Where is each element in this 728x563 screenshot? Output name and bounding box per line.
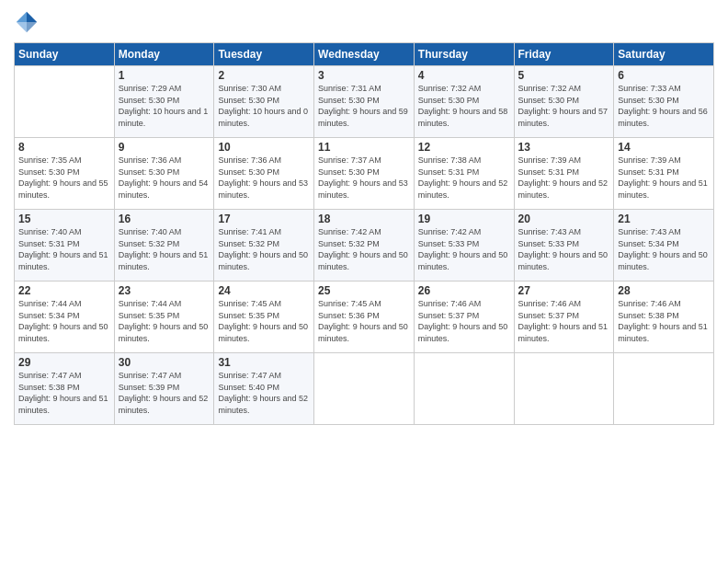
calendar-week-4: 29Sunrise: 7:47 AMSunset: 5:38 PMDayligh…	[15, 353, 714, 425]
day-info: Sunrise: 7:37 AMSunset: 5:30 PMDaylight:…	[318, 155, 410, 201]
calendar-cell: 3Sunrise: 7:31 AMSunset: 5:30 PMDaylight…	[314, 66, 415, 138]
day-number: 23	[119, 284, 210, 297]
calendar-cell: 16Sunrise: 7:40 AMSunset: 5:32 PMDayligh…	[114, 210, 214, 282]
calendar-header	[14, 9, 714, 35]
calendar-cell: 31Sunrise: 7:47 AMSunset: 5:40 PMDayligh…	[214, 353, 314, 425]
calendar-week-2: 15Sunrise: 7:40 AMSunset: 5:31 PMDayligh…	[15, 210, 714, 282]
day-number: 10	[218, 141, 310, 154]
calendar-cell	[514, 353, 614, 425]
day-number: 24	[218, 284, 310, 297]
day-info: Sunrise: 7:45 AMSunset: 5:35 PMDaylight:…	[218, 298, 310, 344]
calendar-cell: 17Sunrise: 7:41 AMSunset: 5:32 PMDayligh…	[214, 210, 314, 282]
day-number: 16	[119, 213, 210, 225]
calendar-cell: 19Sunrise: 7:42 AMSunset: 5:33 PMDayligh…	[414, 210, 514, 282]
svg-marker-3	[27, 22, 37, 32]
day-number: 29	[18, 356, 110, 369]
day-info: Sunrise: 7:41 AMSunset: 5:32 PMDaylight:…	[218, 226, 310, 272]
day-header-saturday: Saturday	[614, 43, 714, 66]
calendar-container: SundayMondayTuesdayWednesdayThursdayFrid…	[0, 0, 728, 563]
calendar-cell: 2Sunrise: 7:30 AMSunset: 5:30 PMDaylight…	[214, 66, 314, 138]
calendar-cell: 23Sunrise: 7:44 AMSunset: 5:35 PMDayligh…	[114, 282, 214, 353]
calendar-cell	[414, 353, 514, 425]
day-number: 27	[518, 284, 610, 297]
day-info: Sunrise: 7:42 AMSunset: 5:32 PMDaylight:…	[318, 226, 410, 272]
day-info: Sunrise: 7:30 AMSunset: 5:30 PMDaylight:…	[218, 83, 310, 129]
calendar-cell: 24Sunrise: 7:45 AMSunset: 5:35 PMDayligh…	[214, 282, 314, 353]
calendar-cell: 27Sunrise: 7:46 AMSunset: 5:37 PMDayligh…	[514, 282, 614, 353]
calendar-week-3: 22Sunrise: 7:44 AMSunset: 5:34 PMDayligh…	[15, 282, 714, 353]
calendar-cell: 22Sunrise: 7:44 AMSunset: 5:34 PMDayligh…	[15, 282, 115, 353]
day-info: Sunrise: 7:32 AMSunset: 5:30 PMDaylight:…	[518, 83, 610, 129]
day-info: Sunrise: 7:32 AMSunset: 5:30 PMDaylight:…	[418, 83, 510, 129]
day-number: 25	[318, 284, 410, 297]
calendar-cell: 10Sunrise: 7:36 AMSunset: 5:30 PMDayligh…	[214, 138, 314, 210]
day-number: 21	[618, 213, 710, 225]
day-info: Sunrise: 7:44 AMSunset: 5:34 PMDaylight:…	[18, 298, 110, 344]
logo-icon	[14, 9, 40, 35]
calendar-cell: 28Sunrise: 7:46 AMSunset: 5:38 PMDayligh…	[614, 282, 714, 353]
day-number: 28	[618, 284, 710, 297]
calendar-body: 1Sunrise: 7:29 AMSunset: 5:30 PMDaylight…	[15, 66, 714, 425]
calendar-cell: 21Sunrise: 7:43 AMSunset: 5:34 PMDayligh…	[614, 210, 714, 282]
day-header-friday: Friday	[514, 43, 614, 66]
calendar-cell: 20Sunrise: 7:43 AMSunset: 5:33 PMDayligh…	[514, 210, 614, 282]
day-number: 22	[18, 284, 110, 297]
day-header-sunday: Sunday	[15, 43, 115, 66]
day-header-wednesday: Wednesday	[314, 43, 415, 66]
calendar-week-0: 1Sunrise: 7:29 AMSunset: 5:30 PMDaylight…	[15, 66, 714, 138]
day-number: 1	[119, 69, 210, 82]
day-info: Sunrise: 7:36 AMSunset: 5:30 PMDaylight:…	[218, 155, 310, 201]
day-info: Sunrise: 7:42 AMSunset: 5:33 PMDaylight:…	[418, 226, 510, 272]
day-number: 19	[418, 213, 510, 225]
day-number: 11	[318, 141, 410, 154]
day-number: 9	[119, 141, 210, 154]
calendar-cell	[15, 66, 115, 138]
svg-marker-1	[17, 12, 27, 22]
day-info: Sunrise: 7:39 AMSunset: 5:31 PMDaylight:…	[518, 155, 610, 201]
calendar-cell	[614, 353, 714, 425]
day-header-monday: Monday	[114, 43, 214, 66]
day-number: 12	[418, 141, 510, 154]
svg-marker-0	[27, 12, 37, 22]
calendar-cell: 8Sunrise: 7:35 AMSunset: 5:30 PMDaylight…	[15, 138, 115, 210]
calendar-cell: 30Sunrise: 7:47 AMSunset: 5:39 PMDayligh…	[114, 353, 214, 425]
day-info: Sunrise: 7:44 AMSunset: 5:35 PMDaylight:…	[119, 298, 210, 344]
calendar-cell: 15Sunrise: 7:40 AMSunset: 5:31 PMDayligh…	[15, 210, 115, 282]
calendar-week-1: 8Sunrise: 7:35 AMSunset: 5:30 PMDaylight…	[15, 138, 714, 210]
day-info: Sunrise: 7:47 AMSunset: 5:39 PMDaylight:…	[119, 370, 210, 416]
calendar-table: SundayMondayTuesdayWednesdayThursdayFrid…	[14, 42, 714, 425]
day-info: Sunrise: 7:46 AMSunset: 5:38 PMDaylight:…	[618, 298, 710, 344]
calendar-cell: 5Sunrise: 7:32 AMSunset: 5:30 PMDaylight…	[514, 66, 614, 138]
day-number: 2	[218, 69, 310, 82]
day-info: Sunrise: 7:38 AMSunset: 5:31 PMDaylight:…	[418, 155, 510, 201]
day-number: 8	[18, 141, 110, 154]
day-info: Sunrise: 7:36 AMSunset: 5:30 PMDaylight:…	[119, 155, 210, 201]
calendar-header-row: SundayMondayTuesdayWednesdayThursdayFrid…	[15, 43, 714, 66]
calendar-cell: 4Sunrise: 7:32 AMSunset: 5:30 PMDaylight…	[414, 66, 514, 138]
calendar-cell: 12Sunrise: 7:38 AMSunset: 5:31 PMDayligh…	[414, 138, 514, 210]
day-number: 5	[518, 69, 610, 82]
calendar-cell: 26Sunrise: 7:46 AMSunset: 5:37 PMDayligh…	[414, 282, 514, 353]
day-info: Sunrise: 7:43 AMSunset: 5:33 PMDaylight:…	[518, 226, 610, 272]
day-info: Sunrise: 7:47 AMSunset: 5:40 PMDaylight:…	[218, 370, 310, 416]
day-number: 20	[518, 213, 610, 225]
calendar-cell: 25Sunrise: 7:45 AMSunset: 5:36 PMDayligh…	[314, 282, 415, 353]
day-number: 6	[618, 69, 710, 82]
calendar-cell: 14Sunrise: 7:39 AMSunset: 5:31 PMDayligh…	[614, 138, 714, 210]
calendar-cell: 13Sunrise: 7:39 AMSunset: 5:31 PMDayligh…	[514, 138, 614, 210]
day-info: Sunrise: 7:39 AMSunset: 5:31 PMDaylight:…	[618, 155, 710, 201]
calendar-cell	[314, 353, 415, 425]
svg-marker-2	[17, 22, 27, 32]
day-info: Sunrise: 7:46 AMSunset: 5:37 PMDaylight:…	[518, 298, 610, 344]
day-number: 15	[18, 213, 110, 225]
day-number: 26	[418, 284, 510, 297]
day-info: Sunrise: 7:40 AMSunset: 5:31 PMDaylight:…	[18, 226, 110, 272]
day-info: Sunrise: 7:35 AMSunset: 5:30 PMDaylight:…	[18, 155, 110, 201]
day-header-tuesday: Tuesday	[214, 43, 314, 66]
day-info: Sunrise: 7:40 AMSunset: 5:32 PMDaylight:…	[119, 226, 210, 272]
calendar-cell: 1Sunrise: 7:29 AMSunset: 5:30 PMDaylight…	[114, 66, 214, 138]
day-header-thursday: Thursday	[414, 43, 514, 66]
day-number: 14	[618, 141, 710, 154]
day-info: Sunrise: 7:45 AMSunset: 5:36 PMDaylight:…	[318, 298, 410, 344]
calendar-cell: 29Sunrise: 7:47 AMSunset: 5:38 PMDayligh…	[15, 353, 115, 425]
